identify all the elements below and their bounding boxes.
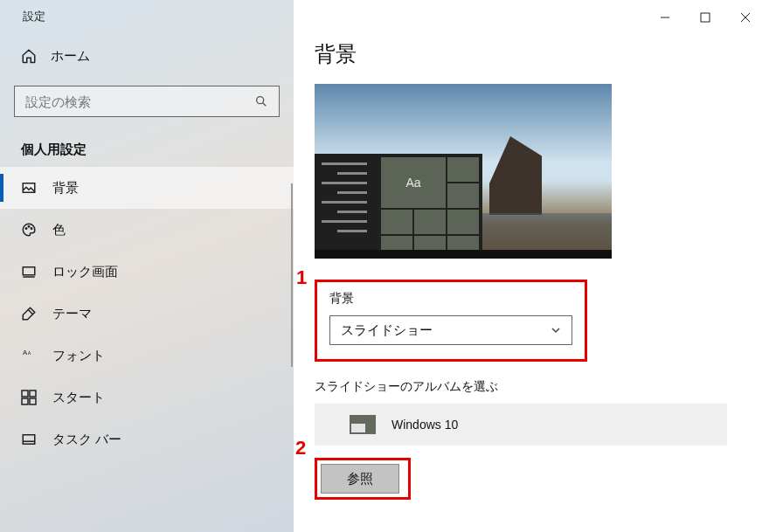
browse-button[interactable]: 参照: [321, 464, 399, 494]
preview-sample-tile: Aa: [381, 157, 446, 208]
background-setting-highlight: 1 背景 スライドショー: [315, 280, 587, 362]
browse-highlight: 参照: [315, 458, 411, 500]
scrollbar[interactable]: [291, 183, 293, 367]
browse-button-label: 参照: [347, 471, 373, 487]
search-icon: [254, 94, 268, 108]
svg-point-3: [28, 226, 30, 228]
minimize-button[interactable]: [645, 3, 685, 31]
close-button[interactable]: [725, 3, 766, 31]
sidebar-home[interactable]: ホーム: [0, 24, 294, 66]
lockscreen-icon: [21, 264, 37, 280]
sidebar-item-lockscreen[interactable]: ロック画面: [0, 251, 294, 293]
sidebar-item-start[interactable]: スタート: [0, 377, 294, 418]
album-label: スライドショーのアルバムを選ぶ: [315, 379, 769, 395]
sidebar-item-label: テーマ: [52, 306, 92, 322]
sidebar-item-label: スタート: [52, 390, 105, 406]
theme-icon: [21, 306, 37, 321]
sidebar-item-label: フォント: [52, 348, 105, 364]
maximize-button[interactable]: [685, 3, 725, 31]
sidebar-item-label: 背景: [52, 180, 79, 197]
sidebar-item-themes[interactable]: テーマ: [0, 293, 294, 335]
svg-rect-8: [22, 390, 28, 397]
chevron-down-icon: [551, 325, 561, 335]
callout-1: 1: [296, 266, 307, 289]
home-icon: [21, 48, 37, 64]
sidebar-item-taskbar[interactable]: タスク バー: [0, 418, 294, 460]
settings-sidebar: 設定 ホーム 個人用設定 背景 色 ロック画面: [0, 0, 294, 532]
sidebar-item-background[interactable]: 背景: [0, 167, 294, 209]
svg-point-2: [25, 228, 27, 230]
background-dropdown[interactable]: スライドショー: [329, 315, 572, 345]
album-thumbnail: [350, 415, 376, 434]
svg-rect-12: [23, 435, 35, 445]
sidebar-item-label: タスク バー: [52, 432, 121, 448]
search-input-wrap[interactable]: [14, 86, 280, 117]
background-dropdown-value: スライドショー: [341, 322, 433, 339]
svg-text:A: A: [23, 349, 28, 356]
font-icon: AA: [21, 348, 37, 363]
sidebar-item-colors[interactable]: 色: [0, 209, 294, 251]
background-label: 背景: [329, 291, 572, 307]
svg-point-0: [257, 97, 264, 104]
album-item[interactable]: Windows 10: [315, 404, 727, 446]
svg-point-4: [31, 228, 32, 230]
svg-rect-10: [22, 398, 28, 404]
search-input[interactable]: [25, 94, 254, 109]
sidebar-item-label: ロック画面: [52, 264, 118, 280]
taskbar-icon: [21, 432, 37, 447]
sidebar-item-fonts[interactable]: AA フォント: [0, 335, 294, 377]
sidebar-item-label: 色: [52, 222, 66, 238]
svg-rect-13: [701, 13, 710, 22]
sidebar-section-heading: 個人用設定: [0, 117, 294, 167]
svg-rect-9: [30, 390, 36, 397]
picture-icon: [21, 180, 37, 196]
main-panel: 背景 Aa 1 背景 スライドショー: [294, 0, 769, 532]
palette-icon: [21, 222, 37, 238]
svg-text:A: A: [28, 350, 31, 356]
sidebar-home-label: ホーム: [51, 48, 90, 65]
album-name: Windows 10: [391, 418, 458, 432]
callout-2: 2: [295, 437, 306, 459]
window-title: 設定: [0, 0, 294, 24]
svg-rect-11: [30, 398, 36, 404]
start-icon: [21, 390, 37, 405]
svg-rect-5: [23, 267, 35, 275]
desktop-preview: Aa: [315, 84, 612, 259]
